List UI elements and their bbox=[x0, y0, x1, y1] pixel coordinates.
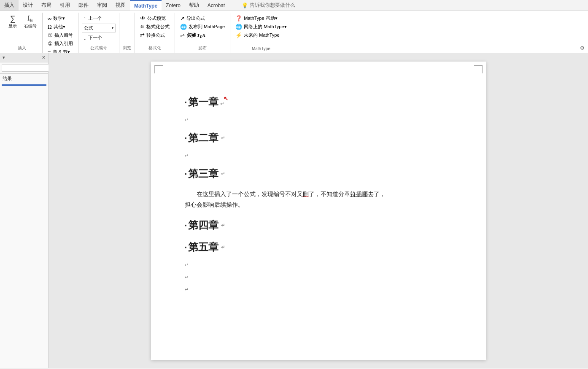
left-panel-header: ▾ ✕ bbox=[0, 53, 48, 62]
ribbon-group-publish-label: 发布 bbox=[178, 44, 227, 53]
up-arrow-icon: ↑ bbox=[84, 15, 86, 22]
future-mathtype-button[interactable]: ⚡ 未来的 MathType bbox=[234, 31, 288, 39]
menu-view[interactable]: 视图 bbox=[111, 0, 130, 11]
math-button[interactable]: ∞ 数学▾ bbox=[46, 14, 75, 22]
panel-header-icons: ▾ bbox=[3, 55, 5, 60]
export-formula-button[interactable]: ↗ 导出公式 bbox=[178, 14, 227, 22]
ribbon-group-insert-content: ∑ 显示 ∫右 右编号 bbox=[5, 13, 39, 44]
search-box: 🔍 bbox=[0, 62, 48, 74]
menu-zotero[interactable]: Zotero bbox=[162, 0, 185, 11]
display-icon: ∑ bbox=[10, 15, 16, 22]
chapter-3-body: 在这里插入了一个公式，发现编号不对又刪了，不知道分章符插哪去了， 担心会影响后续… bbox=[185, 189, 452, 210]
ribbon-group-mathtype-label: MathType bbox=[234, 45, 288, 53]
ribbon-group-format-label: 格式化 bbox=[138, 44, 171, 53]
ribbon-group-insert: ∑ 显示 ∫右 右编号 插入 bbox=[2, 13, 43, 53]
panel-close-icons: ✕ bbox=[42, 55, 46, 60]
chapter-4-para-mark: ↵ bbox=[221, 223, 225, 228]
math-icon: ∞ bbox=[48, 15, 51, 22]
chapter-2-title: 第二章 bbox=[188, 131, 218, 145]
result-item[interactable] bbox=[2, 84, 46, 86]
ribbon-group-formula-num-label: 公式编号 bbox=[82, 44, 116, 53]
menu-mathtype[interactable]: MathType bbox=[130, 0, 162, 11]
menu-tell[interactable]: 💡 告诉我你想要做什么 bbox=[237, 0, 299, 11]
other-button[interactable]: Ω 其他▾ bbox=[46, 23, 75, 31]
ribbon-group-insert-label: 插入 bbox=[5, 44, 39, 53]
chapter-5-para-mark: ↵ bbox=[221, 245, 225, 250]
chapter-3-heading: 第三章 ↵ bbox=[185, 167, 452, 180]
menu-reference[interactable]: 引用 bbox=[56, 0, 74, 11]
insert-num-button[interactable]: ① 插入编号 bbox=[46, 31, 75, 39]
mathtype-help-button[interactable]: ❓ MathType 帮助▾ bbox=[234, 14, 288, 22]
prev-button[interactable]: ↑ 上一个 bbox=[82, 14, 116, 22]
ribbon-group-browse: 浏览 bbox=[119, 13, 135, 53]
ribbon-group-formula-num-content: ↑ 上一个 公式 ▾ ↓ 下一个 bbox=[82, 13, 116, 44]
dropdown-arrow-icon: ▾ bbox=[112, 26, 113, 30]
chapter-1-para-mark: ↵ bbox=[220, 101, 224, 106]
menu-bar: 插入 设计 布局 引用 邮件 审阅 视图 MathType Zotero 帮助 … bbox=[0, 0, 588, 11]
next-button[interactable]: ↓ 下一个 bbox=[82, 34, 116, 42]
eye-icon: 👁 bbox=[140, 15, 146, 22]
menu-mail[interactable]: 邮件 bbox=[74, 0, 93, 11]
settings-icon[interactable]: ⚙ bbox=[580, 45, 585, 51]
right-edit-icon: ∫右 bbox=[28, 15, 33, 22]
insert-ref-button[interactable]: ① 插入引用 bbox=[46, 40, 75, 48]
result-label: 结果 bbox=[0, 74, 48, 83]
insert-ref-icon: ① bbox=[48, 40, 53, 47]
menu-help[interactable]: 帮助 bbox=[185, 0, 203, 11]
switch-tex-label: 切换 TEX bbox=[186, 32, 205, 39]
ribbon-group-browse-content bbox=[123, 13, 131, 44]
formula-dropdown[interactable]: 公式 ▾ bbox=[82, 24, 116, 32]
link-word: 符插哪 bbox=[350, 191, 368, 197]
format-icon: ≋ bbox=[140, 24, 145, 30]
convert-formula-button[interactable]: ⇄ 转换公式 bbox=[138, 31, 171, 39]
format-formula-button[interactable]: ≋ 格式化公式 bbox=[138, 23, 171, 31]
menu-design[interactable]: 设计 bbox=[19, 0, 37, 11]
export-icon: ↗ bbox=[180, 15, 185, 22]
online-mathtype-button[interactable]: 🌐 网络上的 MathType▾ bbox=[234, 23, 288, 31]
convert-formula-label: 转换公式 bbox=[146, 32, 165, 38]
ribbon-col-symbol: ∞ 数学▾ Ω 其他▾ ① 插入编号 ① 插入引用 ≡ 章 & 节▾ bbox=[46, 13, 75, 56]
ribbon-group-symbol-content: ∞ 数学▾ Ω 其他▾ ① 插入编号 ① 插入引用 ≡ 章 & 节▾ bbox=[46, 13, 75, 56]
chapter-4-heading: 第四章 ↵ bbox=[185, 218, 452, 232]
switch-tex-button[interactable]: ⇌ 切换 TEX bbox=[178, 31, 227, 40]
menu-layout[interactable]: 布局 bbox=[37, 0, 56, 11]
right-edit-button[interactable]: ∫右 右编号 bbox=[22, 13, 39, 30]
chapter-4-title: 第四章 bbox=[188, 218, 218, 232]
other-label: 其他▾ bbox=[54, 24, 65, 30]
chapter-3-body-text-1: 在这里插入了一个公式，发现编号不对又 bbox=[185, 191, 303, 197]
ribbon-col-format: 👁 公式预览 ≋ 格式化公式 ⇄ 转换公式 bbox=[138, 13, 171, 39]
publish-mathpage-label: 发布到 MathPage bbox=[189, 24, 225, 30]
ribbon-group-format-content: 👁 公式预览 ≋ 格式化公式 ⇄ 转换公式 bbox=[138, 13, 171, 44]
mathtype-help-label: MathType 帮助▾ bbox=[244, 15, 277, 22]
ribbon-group-browse-label: 浏览 bbox=[123, 44, 131, 53]
lightning-icon: ⚡ bbox=[235, 32, 242, 38]
ribbon-group-publish: ↗ 导出公式 🌐 发布到 MathPage ⇌ 切换 TEX 发布 bbox=[175, 13, 230, 53]
menu-acrobat[interactable]: Acrobat bbox=[203, 0, 229, 11]
online-mathtype-label: 网络上的 MathType▾ bbox=[244, 24, 286, 30]
panel-collapse-icon[interactable]: ▾ bbox=[3, 55, 5, 60]
chapter-1-heading: 第一章 ↵ ↖ bbox=[185, 95, 452, 109]
formula-preview-button[interactable]: 👁 公式预览 bbox=[138, 14, 171, 22]
chapter-3-body-text-4: 担心会影响后续操作。 bbox=[185, 201, 244, 208]
network-icon: 🌐 bbox=[235, 24, 242, 30]
formula-dropdown-label: 公式 bbox=[84, 25, 93, 31]
right-edit-label: 右编号 bbox=[24, 23, 37, 29]
display-button[interactable]: ∑ 显示 bbox=[5, 13, 20, 30]
menu-review[interactable]: 审阅 bbox=[93, 0, 111, 11]
menu-insert[interactable]: 插入 bbox=[0, 0, 19, 11]
ribbon-col-nav: ↑ 上一个 公式 ▾ ↓ 下一个 bbox=[82, 13, 116, 42]
doc-area[interactable]: 第一章 ↵ ↖ ↵ 第二章 ↵ ↵ 第三章 ↵ 在这里插入了一个公式，发现编号不… bbox=[49, 53, 588, 368]
next-label: 下一个 bbox=[88, 35, 102, 41]
ribbon-group-symbol: ∞ 数学▾ Ω 其他▾ ① 插入编号 ① 插入引用 ≡ 章 & 节▾ bbox=[43, 13, 78, 53]
page-corner-tl bbox=[154, 65, 163, 73]
chapter-2-para-end: ↵ bbox=[185, 153, 452, 159]
left-panel: ▾ ✕ 🔍 结果 bbox=[0, 53, 49, 368]
chapter-2-para-mark: ↵ bbox=[221, 135, 225, 141]
publish-mathpage-button[interactable]: 🌐 发布到 MathPage bbox=[178, 23, 227, 31]
formula-dropdown-wrapper: 公式 ▾ bbox=[82, 24, 116, 32]
panel-close-icon[interactable]: ✕ bbox=[42, 55, 46, 60]
convert-icon: ⇄ bbox=[140, 32, 145, 38]
format-formula-label: 格式化公式 bbox=[146, 24, 170, 30]
doc-page: 第一章 ↵ ↖ ↵ 第二章 ↵ ↵ 第三章 ↵ 在这里插入了一个公式，发现编号不… bbox=[151, 62, 486, 360]
chapter-1-title: 第一章 bbox=[188, 95, 218, 109]
